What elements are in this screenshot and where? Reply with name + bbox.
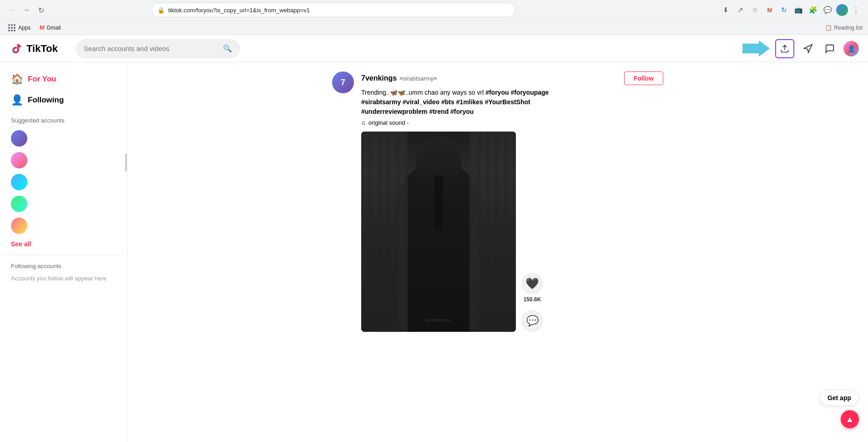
hashtag-bts[interactable]: #bts [441, 98, 454, 106]
sidebar-scrollbar[interactable] [125, 153, 127, 172]
video-player[interactable]: sirabtsarmy [361, 132, 516, 332]
hashtag-sirabtsarmy[interactable]: #sirabtsarmy [361, 98, 401, 106]
tiktok-logo-icon [9, 41, 24, 56]
bookmark-star-button[interactable]: ☆ [749, 4, 762, 16]
chrome-profile-avatar[interactable] [836, 4, 848, 16]
video-actions: 🖤 150.6K 💬 [521, 273, 543, 332]
apps-grid-icon [8, 24, 15, 31]
hashtag-1mlikes[interactable]: #1mlikes [456, 98, 483, 106]
svg-rect-0 [9, 41, 24, 56]
account-avatar-4 [11, 196, 27, 212]
reload-button[interactable]: ↻ [35, 4, 47, 16]
heart-icon-circle: 🖤 [521, 273, 543, 295]
address-bar[interactable]: 🔒 tiktok.com/foryou?is_copy_url=1&is_fro… [151, 3, 515, 17]
bookmarks-bar: Apps M Gmail 📋 Reading list [0, 20, 868, 35]
video-description-text: Trending..🦋🦋..umm chao any ways so vrl [361, 89, 485, 96]
tiktok-app: TikTok 🔍 [0, 35, 868, 442]
video-card: 7 7venkings ≡sirabtsarmy≡ Follow Trendin… [325, 71, 671, 343]
comment-button[interactable]: 💬 [521, 310, 543, 332]
cast-button[interactable]: 📺 [792, 4, 805, 16]
download-button[interactable]: ⬇ [720, 4, 732, 16]
more-button[interactable]: ⋮ [850, 4, 863, 16]
extensions-button[interactable]: 🧩 [807, 4, 820, 16]
sync-button[interactable]: ↻ [778, 4, 791, 16]
forward-button[interactable]: → [20, 4, 33, 16]
browser-toolbar: ← → ↻ 🔒 tiktok.com/foryou?is_copy_url=1&… [0, 0, 868, 20]
video-header: 7venkings ≡sirabtsarmy≡ Follow [361, 71, 663, 85]
account-avatar-3 [11, 174, 27, 190]
gmail-icon-button[interactable]: M [763, 4, 776, 16]
hashtag-yourbestshot[interactable]: #YourBestShot [485, 98, 530, 106]
inbox-button[interactable] [800, 41, 816, 57]
chat-button[interactable]: 💬 [822, 4, 834, 16]
suggested-account-4[interactable] [4, 193, 123, 215]
home-icon: 🏠 [11, 73, 23, 85]
hashtag-foryou1[interactable]: #foryou [485, 89, 509, 96]
gmail-label: Gmail [46, 25, 61, 31]
hashtag-foryou2[interactable]: #foryou [450, 108, 474, 115]
comment-icon: 💬 [526, 315, 539, 327]
suggested-account-5[interactable] [4, 215, 123, 237]
account-avatar-2 [11, 152, 27, 168]
messages-button[interactable] [822, 41, 838, 57]
video-sound[interactable]: ♫ original sound - [361, 119, 663, 126]
video-author-avatar[interactable]: 7 [332, 71, 354, 93]
sidebar-following-label: Following [28, 96, 64, 105]
svg-marker-2 [804, 44, 812, 52]
suggested-account-1[interactable] [4, 127, 123, 149]
scroll-top-icon: ▲ [846, 415, 854, 424]
account-avatar-5 [11, 218, 27, 234]
sound-label: original sound - [368, 119, 409, 126]
suggested-account-3[interactable] [4, 171, 123, 193]
following-empty-text: Accounts you follow will appear here [4, 273, 123, 284]
tiktok-main: 🏠 For You 👤 Following Suggested accounts [0, 62, 868, 442]
hashtag-trend[interactable]: #trend [429, 108, 449, 115]
search-icon[interactable]: 🔍 [223, 44, 232, 53]
sidebar-item-for-you[interactable]: 🏠 For You [4, 70, 123, 89]
sidebar: 🏠 For You 👤 Following Suggested accounts [0, 62, 127, 442]
heart-icon: 🖤 [525, 277, 539, 290]
feed: 7 7venkings ≡sirabtsarmy≡ Follow Trendin… [127, 62, 868, 442]
reading-list-button[interactable]: 📋 Reading list [825, 25, 863, 31]
video-author-name[interactable]: 7venkings [361, 74, 397, 82]
video-author-handle: ≡sirabtsarmy≡ [399, 75, 437, 82]
apps-bookmark[interactable]: Apps [5, 23, 33, 32]
sidebar-item-following[interactable]: 👤 Following [4, 91, 123, 110]
tiktok-logo-text: TikTok [26, 43, 58, 55]
suggested-account-2[interactable] [4, 149, 123, 171]
user-avatar-header[interactable]: 👤 [843, 41, 859, 56]
account-avatar-1 [11, 130, 27, 147]
search-input[interactable] [84, 45, 218, 52]
back-button[interactable]: ← [5, 4, 18, 16]
likes-count: 150.6K [524, 296, 541, 303]
scroll-top-button[interactable]: ▲ [841, 410, 859, 428]
get-app-button[interactable]: Get app [820, 390, 859, 406]
apps-label: Apps [18, 25, 30, 31]
video-bg: sirabtsarmy [361, 132, 516, 332]
suggested-accounts-title: Suggested accounts [4, 112, 123, 127]
lock-icon: 🔒 [157, 7, 165, 14]
see-all-button[interactable]: See all [4, 237, 123, 251]
header-right: 👤 [742, 39, 859, 58]
upload-arrow-hint [742, 41, 770, 57]
reading-list-icon: 📋 [825, 25, 832, 31]
reading-list-label: Reading list [834, 25, 863, 31]
share-button[interactable]: ↗ [734, 4, 747, 16]
hashtag-viral[interactable]: #viral_video [403, 98, 439, 106]
search-bar[interactable]: 🔍 [76, 39, 240, 58]
gmail-icon: M [40, 24, 45, 31]
nav-buttons: ← → ↻ [5, 4, 47, 16]
sidebar-for-you-label: For You [28, 75, 56, 84]
address-text: tiktok.com/foryou?is_copy_url=1&is_from_… [168, 7, 510, 14]
gmail-bookmark[interactable]: M Gmail [37, 23, 63, 32]
following-accounts-title: Following accounts [4, 255, 123, 273]
hashtag-foryoupage[interactable]: #foryoupage [510, 89, 549, 96]
upload-button[interactable] [775, 39, 794, 58]
video-overlay-text: sirabtsarmy [366, 317, 511, 323]
tiktok-logo[interactable]: TikTok [9, 41, 58, 56]
video-content: 7venkings ≡sirabtsarmy≡ Follow Trending.… [361, 71, 663, 332]
like-button[interactable]: 🖤 150.6K [521, 273, 543, 303]
hashtag-underreview[interactable]: #underreviewproblem [361, 108, 428, 115]
music-icon: ♫ [361, 119, 366, 126]
follow-button[interactable]: Follow [624, 71, 663, 85]
